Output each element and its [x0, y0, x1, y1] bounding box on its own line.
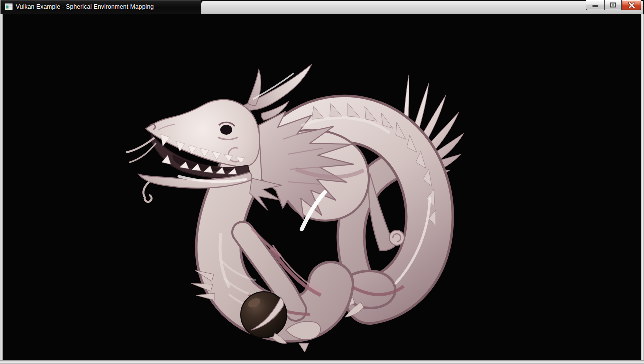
maximize-icon — [610, 2, 616, 8]
titlebar[interactable]: Vulkan Example - Spherical Environment M… — [0, 0, 644, 14]
close-button[interactable] — [622, 0, 642, 10]
dragon-render — [3, 14, 641, 360]
application-window-icon[interactable] — [5, 3, 13, 11]
maximize-button[interactable] — [604, 0, 622, 10]
caption-buttons — [586, 0, 642, 10]
minimize-button[interactable] — [586, 0, 604, 10]
eye — [220, 125, 232, 135]
close-icon — [628, 2, 636, 8]
left-foot-claws — [191, 270, 215, 300]
app-icon-graphic — [5, 3, 13, 11]
minimize-icon — [592, 2, 598, 8]
window-border-bottom[interactable] — [0, 360, 644, 364]
body-curl — [390, 230, 404, 246]
window-title: Vulkan Example - Spherical Environment M… — [16, 0, 154, 14]
window-border-right[interactable] — [641, 14, 644, 360]
render-viewport[interactable] — [3, 14, 641, 360]
titlebar-light-region — [202, 1, 643, 14]
app-window: Vulkan Example - Spherical Environment M… — [0, 0, 644, 364]
chin-barbel — [144, 182, 152, 202]
